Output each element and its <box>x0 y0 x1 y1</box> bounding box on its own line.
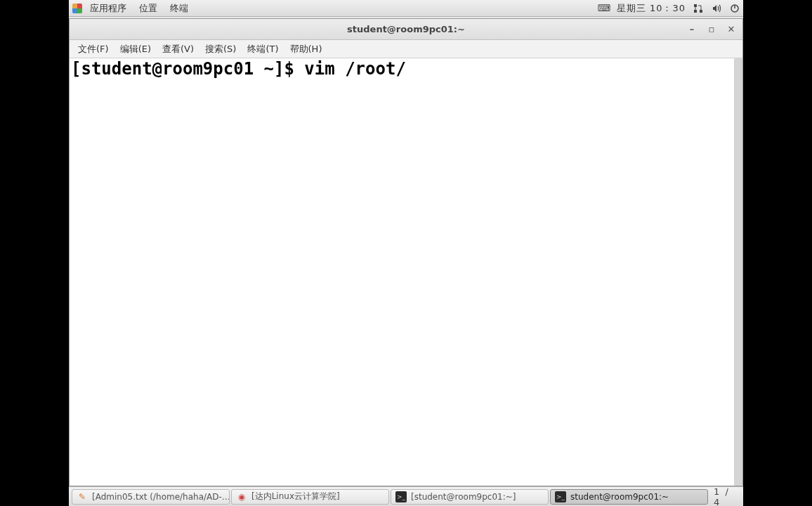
menu-file[interactable]: 文件(F) <box>72 41 114 58</box>
scroll-thumb[interactable] <box>735 58 742 486</box>
task-terminal-1[interactable]: >_ [student@room9pc01:~] <box>391 489 549 505</box>
task-terminal-2[interactable]: >_ student@room9pc01:~ <box>550 489 708 505</box>
terminal-launcher[interactable]: 终端 <box>164 1 194 16</box>
terminal-area[interactable]: [student@room9pc01 ~]$ vim /root/ <box>70 58 742 486</box>
volume-icon[interactable] <box>711 3 722 14</box>
window-title: student@room9pc01:~ <box>347 24 465 34</box>
task-label: [达内Linux云计算学院] <box>251 491 340 502</box>
keyboard-icon[interactable]: ⌨ <box>598 3 610 14</box>
task-label: [Admin05.txt (/home/haha/AD-… <box>92 492 230 502</box>
desktop: 应用程序 位置 终端 ⌨ 星期三 10：30 student@room9pc01… <box>69 0 743 506</box>
terminal-icon: >_ <box>395 491 407 502</box>
task-label: student@room9pc01:~ <box>570 492 669 502</box>
svg-rect-0 <box>694 4 697 7</box>
terminal-window: student@room9pc01:~ – ▫ ✕ 文件(F) 编辑(E) 查看… <box>69 18 743 486</box>
svg-rect-2 <box>694 10 697 13</box>
maximize-button[interactable]: ▫ <box>705 22 719 36</box>
task-editor[interactable]: ✎ [Admin05.txt (/home/haha/AD-… <box>72 489 230 505</box>
terminal-scrollbar[interactable] <box>734 58 742 486</box>
clock[interactable]: 星期三 10：30 <box>617 2 686 15</box>
workspace-indicator[interactable]: 1 / 4 <box>709 486 740 507</box>
task-browser[interactable]: ◉ [达内Linux云计算学院] <box>231 489 389 505</box>
window-titlebar[interactable]: student@room9pc01:~ – ▫ ✕ <box>70 19 742 40</box>
menu-terminal[interactable]: 终端(T) <box>242 41 284 58</box>
menu-help[interactable]: 帮助(H) <box>284 41 328 58</box>
terminal-output: [student@room9pc01 ~]$ vim /root/ <box>70 58 742 80</box>
bottom-panel: ✎ [Admin05.txt (/home/haha/AD-… ◉ [达内Lin… <box>69 486 743 506</box>
close-button[interactable]: ✕ <box>724 22 738 36</box>
network-icon[interactable] <box>693 3 704 14</box>
gnome-logo-icon <box>72 3 83 14</box>
menu-search[interactable]: 搜索(S) <box>199 41 242 58</box>
menu-view[interactable]: 查看(V) <box>157 41 199 58</box>
browser-icon: ◉ <box>236 491 247 502</box>
places-menu[interactable]: 位置 <box>133 1 163 16</box>
menubar: 文件(F) 编辑(E) 查看(V) 搜索(S) 终端(T) 帮助(H) <box>70 40 742 58</box>
task-label: [student@room9pc01:~] <box>411 492 516 502</box>
text-editor-icon: ✎ <box>77 491 88 502</box>
power-icon[interactable] <box>729 3 740 14</box>
applications-menu[interactable]: 应用程序 <box>84 1 132 16</box>
top-panel: 应用程序 位置 终端 ⌨ 星期三 10：30 <box>69 0 743 17</box>
minimize-button[interactable]: – <box>685 22 699 36</box>
terminal-icon: >_ <box>555 491 566 502</box>
menu-edit[interactable]: 编辑(E) <box>114 41 157 58</box>
